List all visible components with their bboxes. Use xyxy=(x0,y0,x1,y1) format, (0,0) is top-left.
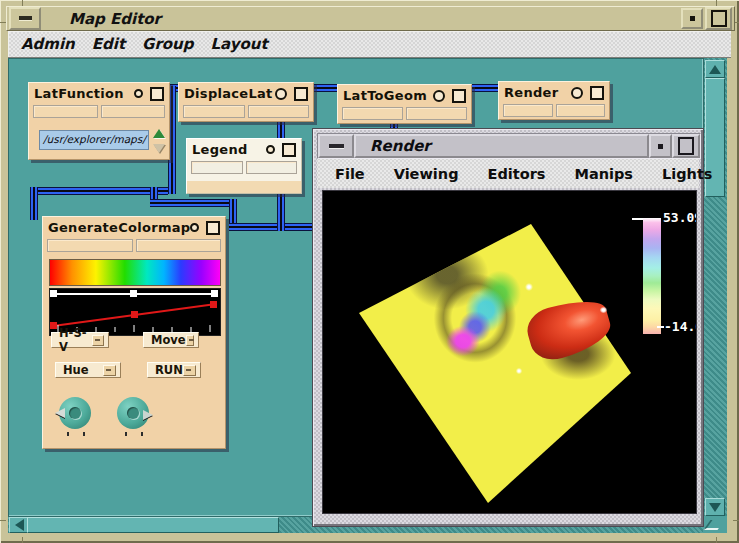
module-open-icon[interactable] xyxy=(206,221,220,235)
module-title: GenerateColormap xyxy=(48,220,190,235)
menu-edit[interactable]: Edit xyxy=(92,35,125,53)
arrow-left-icon xyxy=(15,519,24,531)
hue-knob[interactable] xyxy=(59,397,91,429)
module-port-bars xyxy=(499,103,609,118)
knob-tick xyxy=(125,432,127,436)
render-viewport[interactable]: 53.09 -14.0 xyxy=(323,191,696,513)
scroll-up-button[interactable] xyxy=(705,60,725,78)
menu-file[interactable]: File xyxy=(335,166,365,182)
module-radio-icon[interactable] xyxy=(134,89,143,98)
vertical-scrollbar[interactable] xyxy=(703,58,727,516)
module-radio-icon[interactable] xyxy=(275,88,287,100)
dot-icon xyxy=(690,16,695,21)
module-radio-icon[interactable] xyxy=(433,90,445,102)
wire-segment xyxy=(30,187,38,220)
module-open-icon[interactable] xyxy=(452,89,466,103)
knob-pointer-icon xyxy=(55,408,65,418)
module-generatecolormap[interactable]: GenerateColormap xyxy=(42,216,226,449)
hue-gradient-strip[interactable] xyxy=(49,259,221,286)
input-port-bar[interactable] xyxy=(342,107,403,120)
menu-viewing[interactable]: Viewing xyxy=(394,166,459,182)
maximize-button[interactable] xyxy=(672,134,700,158)
module-radio-icon[interactable] xyxy=(190,223,199,232)
mode-dropdown[interactable]: Move xyxy=(143,332,199,348)
module-open-icon[interactable] xyxy=(294,87,308,101)
module-render[interactable]: Render xyxy=(498,81,610,120)
wire-segment xyxy=(312,84,337,92)
module-latfunction[interactable]: LatFunction /usr/explorer/maps/ xyxy=(28,82,170,160)
menu-manips[interactable]: Manips xyxy=(574,166,633,182)
menu-admin[interactable]: Admin xyxy=(21,35,75,53)
mode-dropdown-label: Move xyxy=(151,333,186,347)
module-open-icon[interactable] xyxy=(590,86,604,100)
module-legend[interactable]: Legend xyxy=(186,138,302,194)
output-port-bar[interactable] xyxy=(136,239,222,252)
value-knob[interactable] xyxy=(117,397,149,429)
horizontal-scroll-thumb[interactable] xyxy=(27,517,279,533)
output-port-bar[interactable] xyxy=(246,161,298,174)
render-menu-bar: File Viewing Editors Manips Lights xyxy=(317,159,699,188)
window-menu-button[interactable] xyxy=(9,7,41,30)
render-title-box[interactable]: Render xyxy=(354,134,649,158)
module-header[interactable]: GenerateColormap xyxy=(43,217,225,238)
minimize-button[interactable] xyxy=(649,134,672,158)
knob-tick xyxy=(83,432,85,436)
module-header[interactable]: Render xyxy=(499,82,609,103)
knob-tick xyxy=(141,432,143,436)
module-title: Legend xyxy=(192,142,266,157)
spin-down-icon[interactable] xyxy=(153,144,165,153)
resize-corner[interactable] xyxy=(703,516,727,533)
menu-bar: Admin Edit Group Layout xyxy=(8,31,731,58)
module-header[interactable]: LatFunction xyxy=(29,83,169,104)
wire-segment xyxy=(30,187,168,195)
path-field[interactable]: /usr/explorer/maps/ xyxy=(39,130,149,150)
render-title-bar[interactable]: Render xyxy=(317,133,701,159)
colorspace-dropdown[interactable]: H-S-V xyxy=(51,332,109,348)
output-port-bar[interactable] xyxy=(101,105,166,118)
run-button[interactable]: RUN xyxy=(147,362,201,378)
input-port-bar[interactable] xyxy=(183,105,245,118)
scroll-left-button[interactable] xyxy=(9,517,29,533)
colorbar-legend xyxy=(643,218,661,334)
input-port-bar[interactable] xyxy=(47,239,133,252)
output-port-bar[interactable] xyxy=(406,107,467,120)
frame-notch xyxy=(0,520,6,521)
wire-segment xyxy=(470,84,498,92)
output-port-bar[interactable] xyxy=(248,105,310,118)
menu-group[interactable]: Group xyxy=(142,35,193,53)
menu-lights[interactable]: Lights xyxy=(662,166,712,182)
dropdown-dash-icon xyxy=(103,365,116,376)
title-bar[interactable]: Map Editor xyxy=(6,6,735,31)
window-menu-button[interactable] xyxy=(318,134,354,158)
module-header[interactable]: DisplaceLat xyxy=(179,83,313,104)
module-open-icon[interactable] xyxy=(282,143,296,157)
arrow-down-icon xyxy=(709,503,721,512)
module-header[interactable]: LatToGeom xyxy=(338,85,471,106)
channel-dropdown[interactable]: Hue xyxy=(55,362,121,378)
module-lattogeom[interactable]: LatToGeom xyxy=(337,84,472,124)
minimize-button[interactable] xyxy=(681,8,703,29)
wire-segment xyxy=(277,188,285,231)
dot-icon xyxy=(658,144,663,149)
input-port-bar[interactable] xyxy=(191,161,243,174)
scroll-down-button[interactable] xyxy=(705,498,725,516)
dropdown-dash-icon xyxy=(183,365,196,376)
module-radio-icon[interactable] xyxy=(266,145,275,154)
frame-notch xyxy=(22,537,23,543)
spin-up-icon[interactable] xyxy=(153,129,165,138)
square-icon xyxy=(711,10,727,27)
colorbar-max-label: 53.09 xyxy=(663,210,696,225)
module-radio-icon[interactable] xyxy=(571,87,583,99)
square-icon xyxy=(678,137,694,155)
surface-plane xyxy=(323,191,696,513)
maximize-button[interactable] xyxy=(705,7,732,30)
module-open-icon[interactable] xyxy=(150,87,164,101)
menu-layout[interactable]: Layout xyxy=(211,35,268,53)
module-header[interactable]: Legend xyxy=(187,139,301,160)
menu-editors[interactable]: Editors xyxy=(488,166,546,182)
module-displacelat[interactable]: DisplaceLat xyxy=(178,82,314,122)
input-port-bar[interactable] xyxy=(503,104,553,117)
input-port-bar[interactable] xyxy=(33,105,98,118)
channel-dropdown-label: Hue xyxy=(63,363,89,377)
output-port-bar[interactable] xyxy=(556,104,606,117)
